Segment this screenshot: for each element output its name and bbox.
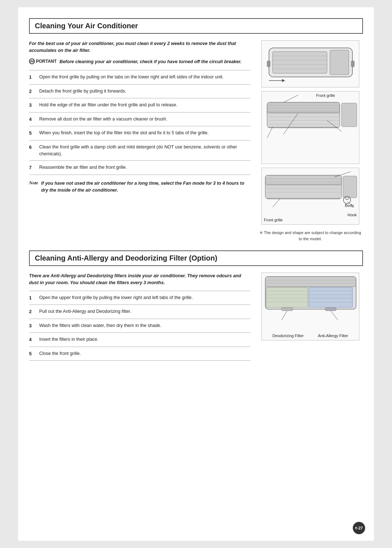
step-num: 4 (29, 336, 36, 343)
step-num: 2 (29, 88, 36, 95)
step-1: 1 Open the front grille by pulling on th… (29, 70, 250, 85)
section2-left: There are Anti-Allergy and Deodorizing f… (29, 273, 250, 361)
step-text: Wash the filters with clean water, then … (39, 322, 250, 329)
section2-right: Deodorizing Filter Anti-Allergy Filter (258, 273, 363, 361)
diagram2: Front grille Body groove Air filter Body (261, 91, 359, 164)
section1-content: For the best use of your air conditioner… (29, 40, 363, 243)
section1-right: Front grille Body groove Air filter Body (258, 40, 363, 243)
step-num: 1 (29, 294, 36, 302)
anti-allergy-filter-label: Anti-Allergy Filter (318, 334, 348, 338)
svg-rect-19 (342, 103, 357, 127)
step-text: Open the front grille by pulling on the … (39, 74, 250, 81)
step-text: Clean the front grille with a damp cloth… (39, 144, 250, 158)
step-6: 6 Clean the front grille with a damp clo… (29, 140, 250, 161)
diagram3-labels: Body Hook Front grille (262, 216, 359, 224)
step-2: 2 Detach the front grille by pulling it … (29, 85, 250, 99)
note-tag: Note (29, 180, 38, 186)
step-text: Detach the front grille by pulling it fo… (39, 88, 250, 95)
svg-rect-6 (330, 50, 349, 75)
page-number: E-27 (353, 522, 365, 534)
step-num: 6 (29, 144, 36, 151)
label-hook: Hook (347, 213, 357, 217)
important-tag: IM PORTANT (29, 58, 57, 64)
design-note: ※ The design and shape are subject to ch… (258, 228, 363, 243)
step-num: 3 (29, 322, 36, 330)
svg-line-20 (283, 95, 298, 102)
step-text: Pull out the Anti-Allergy and Deodorizin… (39, 308, 250, 315)
step-num: 1 (29, 74, 36, 81)
section1-left: For the best use of your air conditioner… (29, 40, 250, 243)
step-3: 3 Hold the edge of the air filter under … (29, 98, 250, 113)
step-num: 2 (29, 308, 36, 315)
svg-line-35 (273, 199, 280, 207)
deodorizing-filter-label: Deodorizing Filter (273, 334, 304, 338)
svg-rect-37 (265, 277, 356, 287)
label-body-d3: Body (345, 203, 354, 208)
page-num-val: 27 (358, 526, 363, 530)
page: Cleaning Your Air Conditioner For the be… (18, 7, 374, 541)
svg-rect-31 (343, 176, 357, 198)
diagram2-svg (262, 91, 360, 146)
filter-labels: Deodorizing Filter Anti-Allergy Filter (262, 332, 359, 340)
section2-title-box: Cleaning Anti-Allergy and Deodorizing Fi… (29, 250, 363, 266)
step-num: 5 (29, 350, 36, 357)
diagram1-svg (262, 41, 360, 88)
step-num: 5 (29, 130, 36, 137)
svg-rect-28 (265, 185, 342, 198)
svg-line-53 (331, 311, 338, 320)
svg-rect-51 (325, 308, 336, 311)
section2-intro: There are Anti-Allergy and Deodorizing f… (29, 273, 250, 286)
step-text: Remove all dust on the air filter with a… (39, 116, 250, 123)
step-text: Close the front grille. (39, 350, 250, 357)
s2-step-1: 1 Open the upper front grille by pulling… (29, 291, 250, 305)
s2-step-4: 4 Insert the filters in their place. (29, 333, 250, 347)
svg-rect-40 (309, 287, 352, 307)
filter-diagram-svg (262, 273, 360, 331)
note-text: If you have not used the air conditioner… (41, 180, 250, 194)
step-text: Open the upper front grille by pulling t… (39, 294, 250, 301)
svg-line-23 (267, 127, 273, 138)
diagram1 (261, 40, 359, 87)
important-block: IM PORTANT Before cleaning your air cond… (29, 58, 250, 65)
svg-rect-8 (351, 61, 354, 67)
diagram2-labels: Front grille Body groove Air filter Body (262, 147, 359, 150)
svg-rect-25 (265, 175, 342, 184)
s2-step-5: 5 Close the front grille. (29, 347, 250, 361)
step-text: When you finish, insert the top of the f… (39, 130, 250, 136)
diagram3: Body Hook Front grille (261, 168, 359, 225)
svg-rect-7 (267, 61, 270, 67)
svg-rect-45 (266, 287, 308, 307)
page-num-e: E- (355, 526, 358, 530)
s2-step-3: 3 Wash the filters with clean water, the… (29, 319, 250, 333)
step-4: 4 Remove all dust on the air filter with… (29, 113, 250, 127)
step-text: Hold the edge of the air filter under th… (39, 102, 250, 109)
section1-title-box: Cleaning Your Air Conditioner (29, 18, 363, 34)
step-text: Insert the filters in their place. (39, 336, 250, 343)
filter-diagram: Deodorizing Filter Anti-Allergy Filter (261, 273, 359, 340)
m-circle-icon: IM (29, 58, 35, 64)
step-num: 7 (29, 164, 36, 171)
svg-rect-1 (273, 52, 327, 73)
section2-content: There are Anti-Allergy and Deodorizing f… (29, 273, 363, 361)
step-num: 3 (29, 102, 36, 109)
s2-step-2: 2 Pull out the Anti-Allergy and Deodoriz… (29, 305, 250, 319)
section2-title: Cleaning Anti-Allergy and Deodorizing Fi… (35, 254, 217, 262)
important-text: Before cleaning your air conditioner, ch… (60, 58, 241, 65)
svg-rect-50 (282, 308, 293, 311)
label-front-grille-d3: Front grille (264, 216, 357, 222)
steps-list: 1 Open the front grille by pulling on th… (29, 70, 250, 175)
step-5: 5 When you finish, insert the top of the… (29, 126, 250, 140)
svg-rect-15 (267, 113, 340, 127)
label-front-grille: Front grille (316, 93, 335, 98)
step-num: 4 (29, 116, 36, 123)
svg-line-52 (282, 311, 287, 320)
step-text: Reassemble the air filter and the front … (39, 164, 250, 171)
diagram3-svg (262, 168, 360, 215)
note-block: Note If you have not used the air condit… (29, 177, 250, 197)
step-7: 7 Reassemble the air filter and the fron… (29, 161, 250, 175)
section1-intro: For the best use of your air conditioner… (29, 40, 250, 54)
section1-title: Cleaning Your Air Conditioner (35, 22, 138, 30)
section2-steps-list: 1 Open the upper front grille by pulling… (29, 291, 250, 361)
